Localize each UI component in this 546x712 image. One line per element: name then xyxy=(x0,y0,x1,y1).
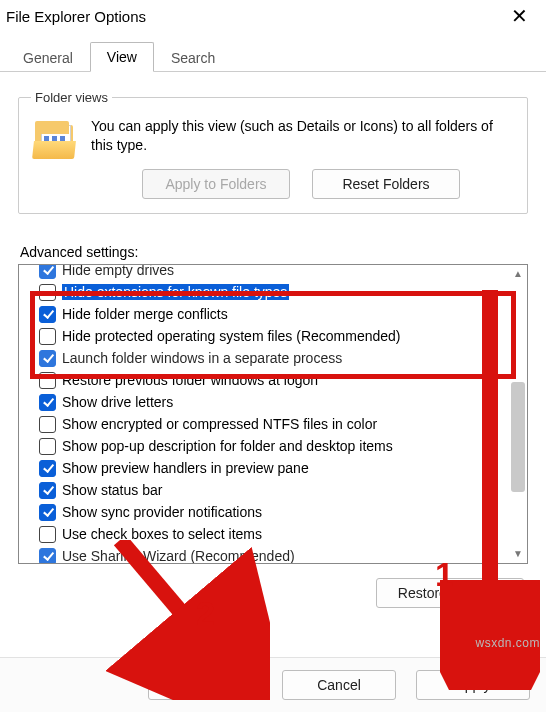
folder-views-text: You can apply this view (such as Details… xyxy=(91,117,513,155)
apply-button[interactable]: Apply xyxy=(416,670,530,700)
checkbox[interactable] xyxy=(39,264,56,279)
list-item-label: Show preview handlers in preview pane xyxy=(62,460,309,476)
checkbox[interactable] xyxy=(39,394,56,411)
list-item-label: Show status bar xyxy=(62,482,162,498)
list-item-label: Use Sharing Wizard (Recommended) xyxy=(62,548,295,564)
folder-icon xyxy=(33,121,77,159)
dialog-footer: OK Cancel Apply xyxy=(0,657,546,712)
list-item-label: Launch folder windows in a separate proc… xyxy=(62,350,342,366)
checkbox[interactable] xyxy=(39,306,56,323)
list-item-label: Use check boxes to select items xyxy=(62,526,262,542)
checkbox[interactable] xyxy=(39,460,56,477)
checkbox[interactable] xyxy=(39,372,56,389)
advanced-settings-label: Advanced settings: xyxy=(20,244,528,260)
ok-button[interactable]: OK xyxy=(148,670,262,700)
watermark: wsxdn.com xyxy=(475,636,540,650)
folder-views-group: Folder views You can apply this view (su… xyxy=(18,90,528,214)
list-item-label: Show drive letters xyxy=(62,394,173,410)
checkbox[interactable] xyxy=(39,548,56,565)
list-item-label: Hide empty drives xyxy=(62,264,174,278)
checkbox[interactable] xyxy=(39,416,56,433)
list-item[interactable]: Show preview handlers in preview pane xyxy=(39,457,509,479)
list-item[interactable]: Show encrypted or compressed NTFS files … xyxy=(39,413,509,435)
checkbox[interactable] xyxy=(39,328,56,345)
scrollbar[interactable]: ▲ ▼ xyxy=(511,267,525,561)
list-item[interactable]: Hide protected operating system files (R… xyxy=(39,325,509,347)
scroll-up-icon[interactable]: ▲ xyxy=(511,267,525,281)
list-item[interactable]: Show sync provider notifications xyxy=(39,501,509,523)
list-item[interactable]: Hide folder merge conflicts xyxy=(39,303,509,325)
list-item-label: Show encrypted or compressed NTFS files … xyxy=(62,416,377,432)
annotation-number-2: 2 xyxy=(196,594,215,633)
annotation-number-1: 1 xyxy=(435,555,454,594)
list-item-label: Show sync provider notifications xyxy=(62,504,262,520)
advanced-settings-list: Hide empty drivesHide extensions for kno… xyxy=(18,264,528,564)
cancel-button[interactable]: Cancel xyxy=(282,670,396,700)
scroll-thumb[interactable] xyxy=(511,382,525,492)
list-item[interactable]: Restore previous folder windows at logon xyxy=(39,369,509,391)
tab-view[interactable]: View xyxy=(90,42,154,72)
scroll-down-icon[interactable]: ▼ xyxy=(511,547,525,561)
checkbox[interactable] xyxy=(39,438,56,455)
list-item-label: Restore previous folder windows at logon xyxy=(62,372,318,388)
list-item-label: Hide protected operating system files (R… xyxy=(62,328,401,344)
reset-folders-button[interactable]: Reset Folders xyxy=(312,169,460,199)
list-item[interactable]: Launch folder windows in a separate proc… xyxy=(39,347,509,369)
list-item-label: Hide extensions for known file types xyxy=(62,284,289,300)
list-item[interactable]: Show pop-up description for folder and d… xyxy=(39,435,509,457)
checkbox[interactable] xyxy=(39,526,56,543)
list-item[interactable]: Show status bar xyxy=(39,479,509,501)
checkbox[interactable] xyxy=(39,350,56,367)
folder-views-legend: Folder views xyxy=(31,90,112,105)
checkbox[interactable] xyxy=(39,284,56,301)
window-title: File Explorer Options xyxy=(6,8,146,25)
list-item-label: Show pop-up description for folder and d… xyxy=(62,438,393,454)
close-icon[interactable]: ✕ xyxy=(503,4,536,28)
tab-search[interactable]: Search xyxy=(154,43,232,72)
checkbox[interactable] xyxy=(39,504,56,521)
checkbox[interactable] xyxy=(39,482,56,499)
apply-to-folders-button[interactable]: Apply to Folders xyxy=(142,169,290,199)
list-item[interactable]: Show drive letters xyxy=(39,391,509,413)
list-item-label: Hide folder merge conflicts xyxy=(62,306,228,322)
list-item[interactable]: Hide empty drives xyxy=(39,264,509,281)
list-item[interactable]: Use check boxes to select items xyxy=(39,523,509,545)
list-item[interactable]: Hide extensions for known file types xyxy=(39,281,509,303)
tab-general[interactable]: General xyxy=(6,43,90,72)
